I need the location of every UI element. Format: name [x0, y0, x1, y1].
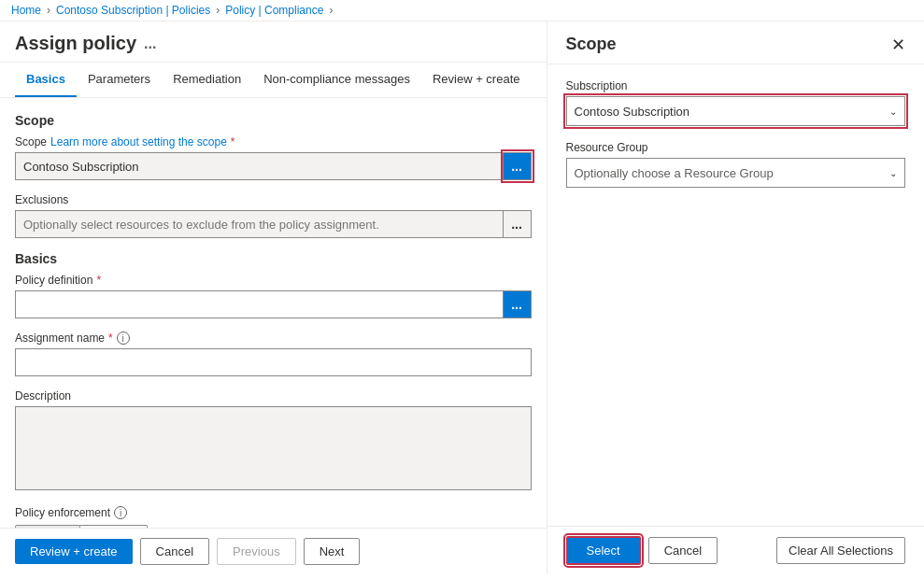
tab-non-compliance[interactable]: Non-compliance messages: [252, 63, 421, 97]
resource-group-label: Resource Group: [566, 141, 906, 154]
description-textarea[interactable]: [15, 406, 532, 490]
page-title-dots[interactable]: ...: [144, 35, 156, 52]
main-layout: Assign policy ... Basics Parameters Reme…: [0, 21, 924, 574]
scope-panel-close-button[interactable]: ✕: [891, 36, 905, 53]
policy-def-required: *: [96, 274, 101, 287]
policy-enforcement-label: Policy enforcement: [15, 506, 110, 519]
review-create-button[interactable]: Review + create: [15, 539, 133, 564]
breadcrumb-sep-1: ›: [47, 4, 50, 17]
scope-learn-more-link[interactable]: Learn more about setting the scope: [50, 135, 227, 148]
breadcrumb-home[interactable]: Home: [11, 4, 41, 17]
basics-section-label: Basics: [15, 251, 532, 266]
assignment-name-field-group: Assignment name * i: [15, 332, 532, 376]
page-title: Assign policy: [15, 33, 136, 54]
exclusions-input-row: ...: [15, 210, 532, 238]
resource-group-placeholder: Optionally choose a Resource Group: [575, 166, 774, 180]
breadcrumb-compliance[interactable]: Policy | Compliance: [225, 4, 323, 17]
previous-button[interactable]: Previous: [217, 538, 296, 565]
policy-def-input-row: ...: [15, 290, 532, 318]
policy-enforcement-info-icon[interactable]: i: [114, 506, 127, 519]
description-label: Description: [15, 389, 532, 402]
left-footer: Review + create Cancel Previous Next: [0, 528, 547, 574]
exclusions-field-group: Exclusions ...: [15, 193, 532, 238]
breadcrumb-sep-2: ›: [216, 4, 220, 17]
exclusions-input[interactable]: [15, 210, 504, 238]
assignment-name-label: Assignment name: [15, 332, 105, 345]
policy-def-browse-button[interactable]: ...: [504, 290, 532, 318]
subscription-value: Contoso Subscription: [575, 105, 690, 119]
policy-enforcement-label-row: Policy enforcement i: [15, 506, 532, 519]
policy-enforcement-group: Policy enforcement i Enabled Disabled: [15, 506, 532, 528]
left-content: Scope Scope Learn more about setting the…: [0, 98, 547, 528]
resource-group-dropdown[interactable]: Optionally choose a Resource Group ⌄: [566, 158, 906, 188]
assignment-name-info-icon[interactable]: i: [117, 332, 130, 345]
exclusions-label: Exclusions: [15, 193, 532, 206]
right-header: Scope ✕: [547, 21, 925, 64]
scope-field-label-row: Scope Learn more about setting the scope…: [15, 135, 532, 148]
exclusions-browse-button[interactable]: ...: [504, 210, 532, 238]
breadcrumb-sep-3: ›: [329, 4, 333, 17]
scope-cancel-button[interactable]: Cancel: [648, 537, 718, 564]
assignment-name-label-row: Assignment name * i: [15, 332, 532, 345]
scope-field-group: Scope Learn more about setting the scope…: [15, 135, 532, 180]
resource-group-chevron-icon: ⌄: [889, 168, 897, 178]
subscription-dropdown[interactable]: Contoso Subscription ⌄: [566, 96, 906, 126]
next-button[interactable]: Next: [304, 538, 361, 565]
subscription-field-group: Subscription Contoso Subscription ⌄: [566, 79, 906, 126]
scope-required: *: [231, 135, 235, 148]
breadcrumb: Home › Contoso Subscription | Policies ›…: [0, 0, 924, 21]
policy-def-label-row: Policy definition *: [15, 274, 532, 287]
scope-panel-title: Scope: [566, 35, 617, 54]
breadcrumb-policies[interactable]: Contoso Subscription | Policies: [56, 4, 210, 17]
scope-browse-button[interactable]: ...: [504, 152, 532, 180]
assignment-name-required: *: [108, 332, 113, 345]
policy-def-field-group: Policy definition * ...: [15, 274, 532, 318]
subscription-chevron-icon: ⌄: [889, 106, 897, 117]
scope-input[interactable]: [15, 152, 504, 180]
tab-basics[interactable]: Basics: [15, 63, 77, 97]
right-content: Subscription Contoso Subscription ⌄ Reso…: [547, 64, 925, 526]
description-field-group: Description: [15, 389, 532, 493]
cancel-button[interactable]: Cancel: [140, 538, 209, 565]
tab-parameters[interactable]: Parameters: [77, 63, 162, 97]
resource-group-field-group: Resource Group Optionally choose a Resou…: [566, 141, 906, 188]
left-header: Assign policy ...: [0, 21, 547, 63]
policy-def-input[interactable]: [15, 290, 504, 318]
scope-label: Scope: [15, 135, 47, 148]
right-panel: Scope ✕ Subscription Contoso Subscriptio…: [547, 21, 925, 574]
page-title-row: Assign policy ...: [15, 33, 532, 54]
scope-section-label: Scope: [15, 113, 532, 128]
scope-input-row: ...: [15, 152, 532, 180]
policy-def-label: Policy definition: [15, 274, 92, 287]
tab-review-create[interactable]: Review + create: [421, 63, 532, 97]
tabs-bar: Basics Parameters Remediation Non-compli…: [0, 63, 547, 98]
tab-remediation[interactable]: Remediation: [162, 63, 252, 97]
subscription-label: Subscription: [566, 79, 906, 92]
clear-all-button[interactable]: Clear All Selections: [776, 537, 905, 564]
assignment-name-input[interactable]: [15, 348, 532, 376]
right-footer: Select Cancel Clear All Selections: [547, 526, 925, 574]
select-button[interactable]: Select: [566, 536, 641, 565]
left-panel: Assign policy ... Basics Parameters Reme…: [0, 21, 547, 574]
